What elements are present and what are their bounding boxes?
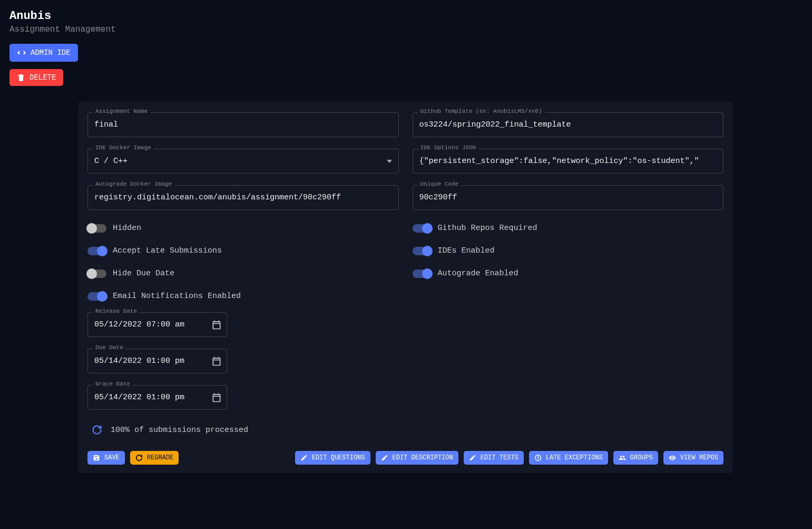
clock-icon: [534, 454, 542, 461]
grace-date-field: Grace Date: [87, 385, 227, 410]
ides-enabled-toggle[interactable]: [413, 247, 432, 255]
github-template-field: Github Template (ex: AnubisLMS/xv6): [413, 112, 724, 137]
toggle-label: Accept Late Submissions: [113, 246, 222, 255]
view-repos-label: VIEW REPOS: [680, 454, 718, 461]
release-date-input[interactable]: [87, 312, 227, 337]
chevron-down-icon: [387, 160, 392, 163]
status-text: 100% of submissions processed: [111, 426, 248, 435]
edit-tests-label: EDIT TESTS: [481, 454, 518, 461]
toggle-label: IDEs Enabled: [438, 246, 495, 255]
admin-ide-label: ADMIN IDE: [31, 49, 71, 57]
field-label: Autograde Docker Image: [93, 181, 174, 187]
pencil-icon: [469, 454, 476, 461]
save-label: SAVE: [104, 454, 120, 461]
autograde-enabled-toggle[interactable]: [413, 270, 432, 278]
admin-ide-button[interactable]: ADMIN IDE: [9, 44, 78, 62]
app-title: Anubis: [9, 9, 803, 23]
view-repos-button[interactable]: VIEW REPOS: [663, 451, 723, 465]
assignment-name-input[interactable]: [87, 112, 399, 137]
field-label: Grace Date: [93, 381, 133, 387]
ide-docker-image-field: IDE Docker Image C / C++: [87, 149, 399, 174]
field-label: IDE Docker Image: [93, 145, 154, 151]
delete-label: DELETE: [30, 73, 56, 82]
delete-button[interactable]: DELETE: [9, 69, 63, 86]
github-template-input[interactable]: [413, 112, 724, 137]
late-exceptions-button[interactable]: LATE EXCEPTIONS: [529, 451, 608, 465]
field-label: Assignment Name: [93, 108, 150, 114]
email-notifications-toggle[interactable]: [87, 292, 106, 301]
groups-label: GROUPS: [630, 454, 653, 461]
field-label: Release Date: [93, 308, 140, 314]
hide-due-date-toggle[interactable]: [87, 270, 106, 278]
ide-docker-image-value: C / C++: [94, 157, 128, 166]
field-label: Unique Code: [418, 181, 462, 187]
assignment-name-field: Assignment Name: [87, 112, 399, 137]
save-icon: [93, 454, 100, 461]
save-button[interactable]: SAVE: [87, 451, 125, 465]
page-subtitle: Assignment Management: [9, 25, 803, 34]
ide-options-json-input[interactable]: [413, 149, 724, 174]
toggle-label: Hide Due Date: [113, 269, 174, 278]
field-label: IDE Options JSON: [418, 145, 479, 151]
code-icon: [17, 48, 26, 57]
due-date-input[interactable]: [87, 349, 227, 373]
pencil-icon: [300, 454, 308, 461]
due-date-field: Due Date: [87, 349, 227, 373]
unique-code-input[interactable]: [413, 185, 724, 210]
groups-button[interactable]: GROUPS: [613, 451, 658, 465]
regrade-label: REGRADE: [147, 454, 173, 461]
toggle-label: Autograde Enabled: [438, 269, 518, 278]
toggle-label: Github Repos Required: [438, 224, 537, 233]
grace-date-input[interactable]: [87, 385, 227, 410]
ide-options-json-field: IDE Options JSON: [413, 149, 724, 174]
toggle-label: Hidden: [113, 224, 141, 233]
autograde-docker-image-field: Autograde Docker Image: [87, 185, 399, 210]
refresh-icon: [135, 454, 143, 461]
hidden-toggle[interactable]: [87, 224, 106, 233]
ide-docker-image-select[interactable]: C / C++: [87, 149, 399, 174]
edit-description-button[interactable]: EDIT DESCRIPTION: [376, 451, 458, 465]
edit-tests-button[interactable]: EDIT TESTS: [464, 451, 524, 465]
accept-late-toggle[interactable]: [87, 247, 106, 255]
calendar-icon[interactable]: [211, 320, 222, 330]
refresh-icon[interactable]: [92, 425, 102, 435]
autograde-docker-image-input[interactable]: [87, 185, 399, 210]
people-icon: [619, 454, 626, 461]
toggle-label: Email Notifications Enabled: [113, 292, 241, 301]
unique-code-field: Unique Code: [413, 185, 724, 210]
field-label: Github Template (ex: AnubisLMS/xv6): [418, 108, 545, 114]
trash-icon: [17, 73, 25, 82]
edit-questions-label: EDIT QUESTIONS: [312, 454, 365, 461]
github-repos-required-toggle[interactable]: [413, 224, 432, 233]
eye-icon: [669, 454, 676, 461]
field-label: Due Date: [93, 344, 126, 351]
calendar-icon[interactable]: [211, 356, 222, 367]
calendar-icon[interactable]: [211, 392, 222, 403]
edit-questions-button[interactable]: EDIT QUESTIONS: [295, 451, 370, 465]
regrade-button[interactable]: REGRADE: [130, 451, 179, 465]
release-date-field: Release Date: [87, 312, 227, 337]
edit-description-label: EDIT DESCRIPTION: [393, 454, 453, 461]
assignment-form-card: Assignment Name Github Template (ex: Anu…: [78, 102, 733, 473]
late-exceptions-label: LATE EXCEPTIONS: [546, 454, 603, 461]
pencil-icon: [381, 454, 388, 461]
